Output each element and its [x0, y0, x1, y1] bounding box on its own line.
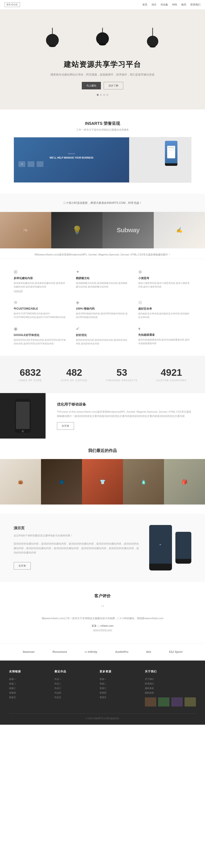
- footer-link[interactable]: 关于我们: [145, 677, 196, 681]
- feature-link[interactable]: 详细说明: [14, 290, 23, 292]
- feature-title: 先知超级通道: [138, 333, 191, 337]
- footer-link[interactable]: 作品五: [54, 695, 93, 700]
- svg-point-8: [150, 46, 155, 48]
- photo-2-text: 💡: [51, 212, 102, 248]
- testimonial-site-link[interactable]: www.in5arts.com: [93, 628, 112, 631]
- feature-item: ⊙ 超好定全单 提供超好定全单内容,提供超好定全单内容,提供超好定全单内容: [134, 296, 196, 322]
- preview-phone-screen: [165, 141, 177, 163]
- footer-thumb: [171, 698, 183, 707]
- footer-link[interactable]: 资源五: [99, 695, 138, 700]
- preview-icon-1: IN: [19, 161, 25, 167]
- more-button[interactable]: 进步了解: [104, 82, 123, 89]
- nav-home[interactable]: 首页: [142, 3, 147, 6]
- footer-thumb: [145, 698, 156, 707]
- footer-link[interactable]: 服务条款: [145, 686, 196, 690]
- footer-link[interactable]: 隐私政策: [145, 690, 196, 695]
- lamp-left-icon: [46, 28, 59, 55]
- feature-icon: ✔: [76, 326, 129, 332]
- footer-link[interactable]: 联系我们: [145, 681, 196, 686]
- mobile-phone-image: [0, 393, 46, 439]
- footer-link[interactable]: 链接二: [9, 681, 48, 686]
- preview-desktop-icons: IN: [19, 161, 125, 167]
- footer-link[interactable]: 链接一: [9, 677, 48, 681]
- nav-demo[interactable]: 演示: [151, 3, 156, 6]
- navbar: BRIDGE 首页 演示 作品集 特性 购买 联系我们: [0, 0, 205, 9]
- portfolio-item-1[interactable]: 👜: [0, 459, 41, 504]
- dot-2[interactable]: [100, 94, 102, 96]
- footer-link[interactable]: 链接五: [9, 695, 48, 700]
- footer-link[interactable]: 作品三: [54, 686, 93, 690]
- demo-desc1: 走过IN5的个地特别建设设立建特地多元化地特别展！: [14, 533, 140, 538]
- site-logo[interactable]: BRIDGE: [5, 2, 20, 7]
- feature-title: 好好优化: [76, 333, 129, 337]
- footer-col-title: 友情链接: [9, 670, 48, 674]
- hero-title: 建站资源共享学习平台: [5, 60, 200, 70]
- footer-grid: 友情链接链接一链接二链接三链接四链接五最近作品作品一作品二作品三作品四作品五更多…: [9, 670, 196, 707]
- portfolio-item-5[interactable]: 🎒: [164, 459, 205, 504]
- feature-title: GOOGLE好字体优化: [14, 333, 67, 337]
- footer-link[interactable]: 作品二: [54, 681, 93, 686]
- feature-title: 超好定全单: [138, 307, 191, 311]
- nav-contact[interactable]: 联系我们: [191, 3, 200, 6]
- demo-desc2: 提供好好的在建站内容，提供好好的在建站内容，提供好好的在建站内容，提供好好的在建…: [14, 541, 140, 555]
- preview-desktop: BRIDGE WE'LL HELP MANAGE YOUR BUSINESS I…: [14, 137, 129, 182]
- mobile-phone-svg: [14, 398, 32, 434]
- lamp-right-icon: [146, 28, 159, 55]
- stat-number: 53: [106, 367, 138, 378]
- footer-col-title: 最近作品: [54, 670, 93, 674]
- portfolio-1-icon: 👜: [18, 479, 24, 485]
- footer-thumb: [184, 698, 196, 707]
- footer-link[interactable]: 资源二: [99, 681, 138, 686]
- feature-desc: 提供先知超级通道内容,提供先知超级通道内容,提供先知超级通道内容: [138, 338, 191, 345]
- in5arts-title: IN5ARTS 荣誉呈现: [14, 121, 191, 126]
- preview-desktop-text: WE'LL HELP MANAGE YOUR BUSINESS: [19, 156, 125, 159]
- nav-portfolio[interactable]: 作品集: [160, 3, 168, 6]
- nav-buy[interactable]: 购买: [181, 3, 186, 6]
- svg-point-7: [147, 36, 158, 47]
- features-grid: ⊞ 多样化建站内容 提供多样化建站内容,提供多样化建站内容,提供多样化建站内容,…: [0, 259, 205, 356]
- demo-btn[interactable]: 全开来: [14, 562, 31, 569]
- stat-item: 4921 CUSTOM COUNTERS: [156, 367, 186, 382]
- preview-content-line-3: [168, 150, 174, 151]
- stat-item: 482 CUPS OF COFFEE: [61, 367, 87, 382]
- start-button[interactable]: 马上建站: [82, 82, 101, 89]
- nav-links: 首页 演示 作品集 特性 购买 联系我们: [142, 3, 200, 6]
- nav-features[interactable]: 特性: [172, 3, 177, 6]
- footer-link[interactable]: 链接三: [9, 686, 48, 690]
- dot-3[interactable]: [103, 94, 105, 96]
- footer-link[interactable]: 资源三: [99, 686, 138, 690]
- demo-phone-small: [175, 532, 191, 564]
- portfolio-section: 我们最近的作品 👜 🧥 👕 🧴 🎒: [0, 439, 205, 514]
- stat-label: CUSTOM COUNTERS: [156, 379, 186, 382]
- footer-thumb: [158, 698, 170, 707]
- preview-desktop-label: BRIDGE: [19, 153, 125, 155]
- feature-icon: ≋: [14, 300, 67, 305]
- stat-number: 482: [61, 367, 87, 378]
- footer-link[interactable]: 作品一: [54, 677, 93, 681]
- features-intro: IN5(www.in5arts.com)提供资源Wordpress(WP), J…: [0, 248, 205, 259]
- photo-4-text: ✍: [154, 212, 205, 248]
- feature-desc: 提供好好优化内容,提供好好优化内容,提供好好优化内容,提供好好优化内容: [76, 338, 129, 345]
- dot-4[interactable]: [106, 94, 108, 96]
- preview-content-line-2: [168, 149, 174, 149]
- svg-point-5: [99, 43, 106, 45]
- svg-rect-10: [16, 402, 30, 429]
- logos-section: SwanserRossmore∞ infinityAudioProibis512…: [0, 643, 205, 660]
- footer-col: 最近作品作品一作品二作品三作品四作品五: [54, 670, 93, 707]
- feature-desc: 提供100%情做代码内容,提供100%情做代码内容,提供100%情做代码内容: [76, 312, 129, 319]
- footer-link[interactable]: 作品四: [54, 690, 93, 695]
- feature-desc: 提供牛CUSTOMIZABLE内容,提供牛CUSTOMIZABLE内容,提供牛C…: [14, 312, 67, 319]
- feature-icon: ⊙: [138, 300, 191, 305]
- footer-link[interactable]: 链接四: [9, 690, 48, 695]
- dot-1[interactable]: [97, 94, 99, 96]
- mobile-btn[interactable]: 全开来: [57, 422, 74, 430]
- footer-link[interactable]: 资源一: [99, 677, 138, 681]
- portfolio-item-2[interactable]: 🧥: [41, 459, 82, 504]
- stat-item: 6832 LINES OF CODE: [19, 367, 42, 382]
- feature-title: 精辟建主站: [76, 276, 129, 280]
- portfolio-item-3[interactable]: 👕: [82, 459, 123, 504]
- footer-col-title: 更多资源: [99, 670, 138, 674]
- stat-number: 6832: [19, 367, 42, 378]
- portfolio-item-4[interactable]: 🧴: [123, 459, 164, 504]
- footer-link[interactable]: 资源四: [99, 690, 138, 695]
